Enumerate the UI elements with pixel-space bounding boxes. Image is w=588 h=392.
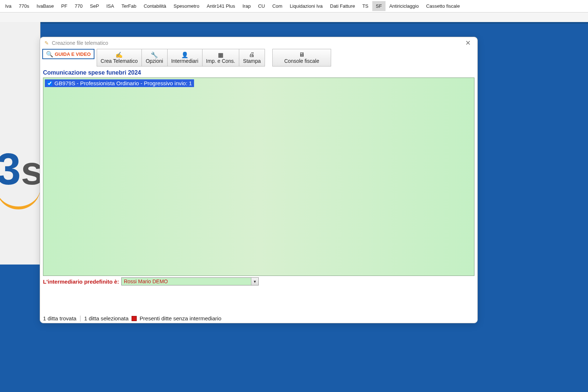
intermediary-row: L'intermediario predefinito è: Rossi Mar… [40, 276, 477, 287]
magnifier-icon: 🔍 [46, 51, 53, 58]
toolbar-label: Stampa [243, 58, 261, 64]
document-icon: ✎ [44, 40, 49, 46]
toolbar-button[interactable]: 🔧Opzioni [142, 49, 168, 66]
toolbar-icon: ▦ [218, 51, 223, 58]
console-label: Console fiscale [284, 58, 319, 64]
menu-item[interactable]: Com [269, 1, 286, 11]
menu-item[interactable]: PF [58, 1, 71, 11]
toolbar-label: Opzioni [146, 58, 163, 64]
list-item-text: GB979S - Professionista Ordinario - Prog… [54, 80, 192, 86]
status-found: 1 ditta trovata [43, 315, 76, 321]
menu-item[interactable]: SeP [86, 1, 103, 11]
chevron-down-icon[interactable]: ▼ [251, 278, 258, 285]
menu-item[interactable]: Antir141 Plus [203, 1, 239, 11]
menu-item[interactable]: Dati Fatture [326, 1, 359, 11]
section-title: Comunicazione spese funebri 2024 [40, 67, 477, 78]
menu-item[interactable]: Irap [239, 1, 254, 11]
dialog-titlebar: ✎ Creazione file telematico ✕ [40, 37, 477, 49]
toolbar-button[interactable]: ✍Crea Telematico [97, 49, 142, 66]
menu-item[interactable]: Contabilità [140, 1, 170, 11]
dialog-toolbar: 🔍 GUIDA E VIDEO ✍Crea Telematico🔧Opzioni… [40, 49, 477, 67]
toolbar-label: Intermediari [171, 58, 198, 64]
guide-video-button[interactable]: 🔍 GUIDA E VIDEO [42, 49, 94, 59]
status-warning: Presenti ditte senza intermediario [140, 315, 222, 321]
menu-item[interactable]: Cassetto fiscale [422, 1, 463, 11]
warning-indicator-icon [132, 316, 137, 321]
toolbar-icon: ✍ [115, 51, 123, 58]
toolbar-icon: 👤 [181, 51, 189, 58]
menu-item[interactable]: TerFab [118, 1, 140, 11]
left-panel: 3s [0, 22, 40, 265]
intermediary-combobox[interactable]: Rossi Mario DEMO ▼ [121, 277, 259, 285]
intermediary-value: Rossi Mario DEMO [122, 278, 251, 284]
menu-item[interactable]: SF [372, 1, 386, 11]
toolbar-label: Crea Telematico [101, 58, 138, 64]
menu-item[interactable]: CU [254, 1, 269, 11]
menu-item[interactable]: Antiriciclaggio [386, 1, 422, 11]
intermediary-label: L'intermediario predefinito è: [43, 278, 119, 285]
toolbar-button[interactable]: 👤Intermediari [168, 49, 202, 66]
telematico-dialog: ✎ Creazione file telematico ✕ 🔍 GUIDA E … [40, 37, 478, 323]
menu-item[interactable]: 770 [71, 1, 86, 11]
console-icon: 🖥 [299, 51, 305, 58]
menu-item[interactable]: ISA [103, 1, 118, 11]
menu-item[interactable]: Spesometro [170, 1, 203, 11]
close-button[interactable]: ✕ [463, 39, 473, 47]
toolbar-button[interactable]: ▦Imp. e Cons. [202, 49, 239, 66]
status-selected: 1 ditta selezionata [84, 315, 129, 321]
menu-item[interactable]: Iva [1, 1, 15, 11]
list-item[interactable]: GB979S - Professionista Ordinario - Prog… [45, 79, 194, 87]
ditte-listbox[interactable]: GB979S - Professionista Ordinario - Prog… [43, 78, 474, 276]
menu-item[interactable]: IvaBase [33, 1, 58, 11]
console-fiscale-button[interactable]: 🖥 Console fiscale [272, 49, 331, 66]
logo-swoosh [0, 187, 40, 209]
main-menubar: Iva770sIvaBasePF770SePISATerFabContabili… [0, 0, 588, 12]
menu-item[interactable]: 770s [15, 1, 33, 11]
toolbar-button[interactable]: 🖨Stampa [239, 49, 265, 66]
dialog-statusbar: 1 ditta trovata 1 ditta selezionata Pres… [40, 314, 477, 323]
toolbar-label: Imp. e Cons. [206, 58, 235, 64]
app-logo: 3s [0, 147, 43, 191]
list-item-checkbox[interactable] [47, 81, 52, 86]
dialog-title-text: Creazione file telematico [52, 40, 108, 46]
guide-label: GUIDA E VIDEO [55, 51, 91, 57]
menu-item[interactable]: Liquidazioni Iva [286, 1, 326, 11]
toolbar-icon: 🔧 [151, 51, 158, 58]
toolbar-icon: 🖨 [249, 51, 255, 58]
menu-item[interactable]: TS [359, 1, 372, 11]
